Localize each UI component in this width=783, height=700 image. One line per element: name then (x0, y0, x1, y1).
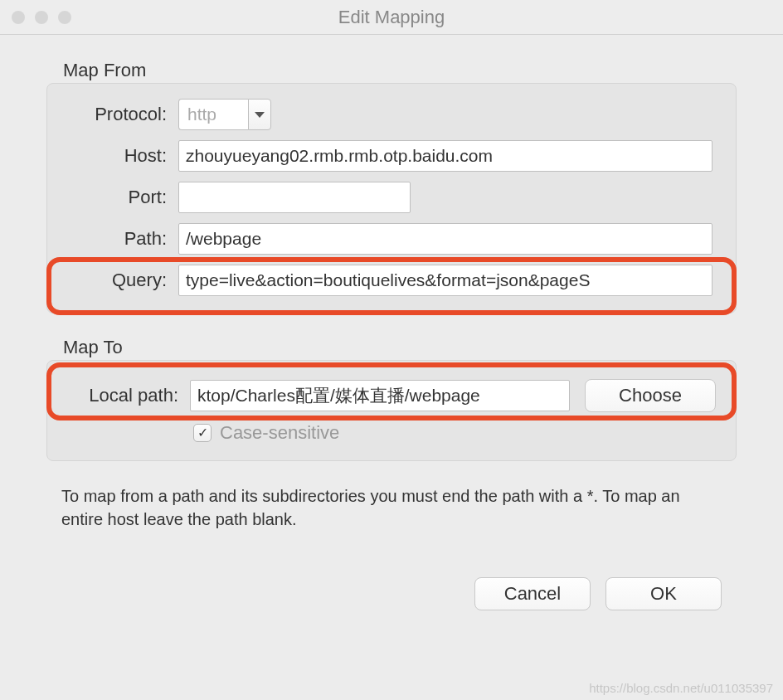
button-bar: Cancel OK (46, 577, 737, 610)
path-label: Path: (71, 228, 178, 250)
minimize-window-button[interactable] (35, 11, 48, 24)
map-from-label: Map From (63, 60, 737, 81)
query-label: Query: (71, 270, 178, 291)
chevron-down-icon (255, 112, 265, 118)
protocol-value: http (178, 99, 248, 130)
case-sensitive-row: ✓ Case-sensitive (193, 422, 716, 444)
host-row: Host: (71, 140, 712, 172)
close-window-button[interactable] (12, 11, 25, 24)
path-input[interactable] (178, 223, 712, 255)
hint-text: To map from a path and its subdirectorie… (61, 484, 722, 531)
titlebar: Edit Mapping (0, 0, 783, 35)
query-input[interactable] (178, 265, 712, 296)
checkmark-icon: ✓ (197, 426, 208, 440)
host-input[interactable] (178, 140, 712, 172)
host-label: Host: (71, 145, 178, 167)
watermark: https://blog.csdn.net/u011035397 (589, 681, 773, 695)
zoom-window-button[interactable] (58, 11, 71, 24)
query-row: Query: (71, 265, 712, 296)
choose-button[interactable]: Choose (585, 379, 716, 412)
map-from-section: Protocol: http Host: Port: Path: (46, 83, 737, 314)
window-title: Edit Mapping (0, 7, 783, 28)
map-to-section-wrap: Local path: Choose ✓ Case-sensitive (46, 360, 737, 461)
port-input[interactable] (178, 182, 411, 213)
dialog-content: Map From Protocol: http Host: Port: (0, 35, 783, 627)
cancel-button[interactable]: Cancel (474, 577, 591, 610)
path-row: Path: (71, 223, 712, 255)
local-path-label: Local path: (61, 385, 190, 406)
ok-button[interactable]: OK (605, 577, 722, 610)
map-to-section: Local path: Choose ✓ Case-sensitive (46, 360, 737, 461)
port-row: Port: (71, 182, 712, 213)
protocol-select[interactable]: http (178, 99, 271, 130)
map-from-section-wrap: Protocol: http Host: Port: Path: (46, 83, 737, 314)
protocol-row: Protocol: http (71, 99, 712, 130)
port-label: Port: (71, 187, 178, 208)
protocol-label: Protocol: (71, 104, 178, 125)
local-path-row: Local path: Choose (61, 379, 716, 412)
case-sensitive-checkbox[interactable]: ✓ (193, 424, 212, 442)
protocol-dropdown-button[interactable] (248, 99, 271, 130)
traffic-lights (12, 11, 71, 24)
map-to-label: Map To (63, 337, 737, 358)
local-path-input[interactable] (190, 380, 570, 411)
case-sensitive-label: Case-sensitive (220, 422, 339, 444)
